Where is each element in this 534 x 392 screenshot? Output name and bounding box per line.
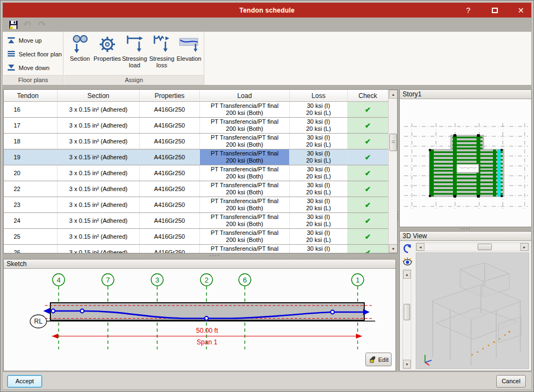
- cell-loss[interactable]: 30 ksi (I)20 ksi (L): [290, 213, 348, 228]
- cell-properties[interactable]: A416Gr250: [140, 165, 200, 181]
- cell-check[interactable]: ✔: [348, 165, 388, 181]
- cell-properties[interactable]: A416Gr250: [140, 181, 200, 197]
- stressing-load-button[interactable]: Stressing load: [121, 33, 148, 68]
- table-row[interactable]: 203 x 0.15 in² (Adhered)A416Gr250PT Tran…: [4, 165, 388, 181]
- cell-section[interactable]: 3 x 0.15 in² (Adhered): [58, 245, 140, 253]
- cell-properties[interactable]: A416Gr250: [140, 134, 200, 149]
- select-floor-plan-button[interactable]: Select floor plan: [3, 47, 63, 61]
- story-3d-splitter[interactable]: [461, 228, 470, 229]
- column-header-section[interactable]: Section: [58, 90, 140, 101]
- view3d-scroll-up-icon[interactable]: ▲: [403, 270, 411, 279]
- cell-tendon[interactable]: 17: [4, 118, 58, 133]
- accept-button[interactable]: Accept: [7, 375, 42, 388]
- cell-loss[interactable]: 30 ksi (I)20 ksi (L): [290, 229, 348, 244]
- cell-properties[interactable]: A416Gr250: [140, 118, 200, 133]
- cell-section[interactable]: 3 x 0.15 in² (Adhered): [58, 134, 140, 149]
- maximize-icon[interactable]: [489, 6, 501, 15]
- table-row[interactable]: 193 x 0.15 in² (Adhered)A416Gr250PT Tran…: [4, 149, 388, 165]
- cell-tendon[interactable]: 24: [4, 213, 58, 228]
- eye-icon[interactable]: [402, 256, 413, 267]
- cancel-button[interactable]: Cancel: [496, 375, 526, 388]
- cell-loss[interactable]: 30 ksi (I)20 ksi (L): [290, 197, 348, 212]
- cell-loss[interactable]: 30 ksi (I)20 ksi (L): [290, 165, 348, 181]
- cell-load[interactable]: PT Transferencia/PT final200 ksi (Both): [200, 149, 290, 165]
- cell-load[interactable]: PT Transferencia/PT final200 ksi (Both): [200, 165, 290, 181]
- cell-tendon[interactable]: 25: [4, 229, 58, 244]
- table-row[interactable]: 183 x 0.15 in² (Adhered)A416Gr250PT Tran…: [4, 134, 388, 149]
- scrollbar-thumb[interactable]: [389, 134, 397, 151]
- cell-properties[interactable]: A416Gr250: [140, 102, 200, 117]
- cell-section[interactable]: 3 x 0.15 in² (Adhered): [58, 213, 140, 228]
- table-row[interactable]: 243 x 0.15 in² (Adhered)A416Gr250PT Tran…: [4, 213, 388, 229]
- cell-section[interactable]: 3 x 0.15 in² (Adhered): [58, 229, 140, 244]
- horizontal-splitter[interactable]: [210, 255, 219, 256]
- cell-loss[interactable]: 30 ksi (I)20 ksi (L): [290, 134, 348, 149]
- move-down-button[interactable]: Move down: [3, 61, 63, 74]
- cell-check[interactable]: ✔: [348, 181, 388, 197]
- cell-section[interactable]: 3 x 0.15 in² (Adhered): [58, 149, 140, 165]
- close-icon[interactable]: ✕: [515, 6, 527, 15]
- cell-loss[interactable]: 30 ksi (I)20 ksi (L): [290, 102, 348, 117]
- cell-properties[interactable]: A416Gr250: [140, 245, 200, 253]
- cell-properties[interactable]: A416Gr250: [140, 213, 200, 228]
- section-button[interactable]: Section: [66, 33, 94, 68]
- move-up-button[interactable]: Move up: [3, 33, 63, 47]
- cell-loss[interactable]: 30 ksi (I)20 ksi (L): [290, 181, 348, 197]
- view3d-horizontal-scrollbar[interactable]: ◄ ►: [416, 243, 529, 251]
- sketch-canvas[interactable]: 4 7 3 2 6 1: [4, 269, 395, 371]
- cell-load[interactable]: PT Transferencia/PT final200 ksi (Both): [200, 181, 290, 197]
- cell-load[interactable]: PT Transferencia/PT final200 ksi (Both): [200, 229, 290, 244]
- view3d-hscroll-thumb[interactable]: [478, 244, 492, 250]
- redo-icon[interactable]: [37, 20, 47, 30]
- scroll-up-icon[interactable]: ▲: [389, 90, 398, 99]
- cell-tendon[interactable]: 18: [4, 134, 58, 149]
- cell-tendon[interactable]: 20: [4, 165, 58, 181]
- view3d-vertical-scrollbar[interactable]: ▲ ▼: [403, 269, 411, 369]
- cell-loss[interactable]: 30 ksi (I)20 ksi (L): [290, 245, 348, 253]
- edit-button[interactable]: Edit: [365, 353, 392, 366]
- cell-check[interactable]: ✔: [348, 149, 388, 165]
- column-header-properties[interactable]: Properties: [140, 90, 200, 101]
- cell-tendon[interactable]: 23: [4, 197, 58, 212]
- table-row[interactable]: 253 x 0.15 in² (Adhered)A416Gr250PT Tran…: [4, 229, 388, 245]
- cell-load[interactable]: PT Transferencia/PT final200 ksi (Both): [200, 213, 290, 228]
- cell-check[interactable]: ✔: [348, 213, 388, 228]
- cell-section[interactable]: 3 x 0.15 in² (Adhered): [58, 165, 140, 181]
- rotate-view-icon[interactable]: [402, 243, 413, 254]
- stressing-loss-button[interactable]: Stressing loss: [148, 33, 176, 68]
- cell-section[interactable]: 3 x 0.15 in² (Adhered): [58, 102, 140, 117]
- cell-load[interactable]: PT Transferencia/PT final200 ksi (Both): [200, 134, 290, 149]
- cell-section[interactable]: 3 x 0.15 in² (Adhered): [58, 118, 140, 133]
- cell-check[interactable]: ✔: [348, 118, 388, 133]
- table-row[interactable]: 223 x 0.15 in² (Adhered)A416Gr250PT Tran…: [4, 181, 388, 197]
- cell-check[interactable]: ✔: [348, 134, 388, 149]
- cell-tendon[interactable]: 19: [4, 149, 58, 165]
- cell-loss[interactable]: 30 ksi (I)20 ksi (L): [290, 118, 348, 133]
- cell-tendon[interactable]: 22: [4, 181, 58, 197]
- undo-icon[interactable]: [22, 20, 32, 30]
- cell-tendon[interactable]: 26: [4, 245, 58, 253]
- table-vertical-scrollbar[interactable]: ▲ ▼: [388, 90, 397, 253]
- elevation-button[interactable]: Elevation: [175, 33, 203, 68]
- column-header-check[interactable]: Check: [348, 90, 388, 101]
- cell-load[interactable]: PT Transferencia/PT final200 ksi (Both): [200, 118, 290, 133]
- scroll-down-icon[interactable]: ▼: [389, 244, 398, 253]
- column-header-tendon[interactable]: Tendon: [4, 90, 58, 101]
- table-row[interactable]: 173 x 0.15 in² (Adhered)A416Gr250PT Tran…: [4, 118, 388, 134]
- cell-loss[interactable]: 30 ksi (I)20 ksi (L): [290, 149, 348, 165]
- cell-section[interactable]: 3 x 0.15 in² (Adhered): [58, 197, 140, 212]
- table-row[interactable]: 263 x 0.15 in² (Adhered)A416Gr250PT Tran…: [4, 245, 388, 253]
- cell-properties[interactable]: A416Gr250: [140, 229, 200, 244]
- column-header-loss[interactable]: Loss: [290, 90, 348, 101]
- table-row[interactable]: 163 x 0.15 in² (Adhered)A416Gr250PT Tran…: [4, 102, 388, 118]
- cell-check[interactable]: ✔: [348, 245, 388, 253]
- view3d-scroll-left-icon[interactable]: ◄: [416, 243, 424, 251]
- story-plan-view[interactable]: [400, 99, 531, 227]
- cell-section[interactable]: 3 x 0.15 in² (Adhered): [58, 181, 140, 197]
- view3d-vscroll-thumb[interactable]: [404, 304, 410, 320]
- cell-properties[interactable]: A416Gr250: [140, 149, 200, 165]
- column-header-load[interactable]: Load: [200, 90, 290, 101]
- view3d-scroll-down-icon[interactable]: ▼: [403, 360, 411, 368]
- cell-check[interactable]: ✔: [348, 197, 388, 212]
- cell-load[interactable]: PT Transferencia/PT final200 ksi (Both): [200, 245, 290, 253]
